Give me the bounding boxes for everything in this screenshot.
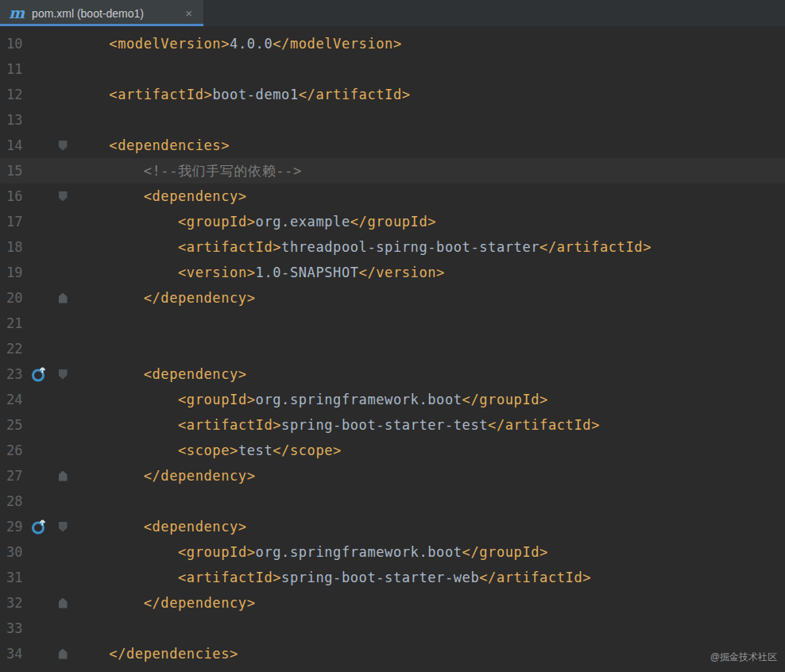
code-line[interactable]: 12 <artifactId>boot-demo1</artifactId> xyxy=(0,82,785,107)
tab-close-icon[interactable]: × xyxy=(185,6,192,20)
code-line[interactable]: 29 <dependency> xyxy=(0,514,785,539)
code-segment-tag: <groupId> xyxy=(178,544,256,560)
code-line[interactable]: 24 <groupId>org.springframework.boot</gr… xyxy=(0,387,785,412)
code-line[interactable]: 22 xyxy=(0,336,785,361)
gutter-line-number[interactable]: 34 xyxy=(0,646,27,662)
code-segment-tag: </artifactId> xyxy=(299,87,411,102)
code-line[interactable]: 27 </dependency> xyxy=(0,463,785,489)
code-line[interactable]: 23 <dependency> xyxy=(0,361,785,387)
editor-tab-bar: m pom.xml (boot-demo1) × xyxy=(0,0,785,26)
code-line[interactable]: 21 xyxy=(0,311,785,336)
code-text: <dependency> xyxy=(75,188,785,204)
gutter-line-number[interactable]: 11 xyxy=(0,61,27,77)
code-segment-tag: </modelVersion> xyxy=(273,36,402,52)
code-line[interactable]: 33 xyxy=(0,616,785,641)
code-line[interactable]: 14 <dependencies> xyxy=(0,133,785,158)
fold-marker-start-icon[interactable] xyxy=(59,522,68,532)
gutter-line-number[interactable]: 16 xyxy=(0,188,27,204)
code-segment-val: spring-boot-starter-web xyxy=(281,570,479,585)
gutter-fold-column xyxy=(51,191,75,202)
code-segment-tag: </artifactId> xyxy=(539,239,652,255)
code-segment-tag: </dependency> xyxy=(144,468,256,484)
code-segment-val: threadpool-spirng-boot-starter xyxy=(281,239,539,255)
fold-marker-end-icon[interactable] xyxy=(59,649,68,659)
code-line[interactable]: 18 <artifactId>threadpool-spirng-boot-st… xyxy=(0,234,785,260)
gutter-line-number[interactable]: 24 xyxy=(0,392,27,407)
gutter-line-number[interactable]: 19 xyxy=(0,265,27,280)
editor-lines: 10 <modelVersion>4.0.0</modelVersion>111… xyxy=(0,31,785,666)
code-segment-val: org.example xyxy=(256,214,350,230)
code-segment-tag: </artifactId> xyxy=(488,417,600,433)
maven-icon: m xyxy=(9,6,25,21)
dependency-nav-icon[interactable] xyxy=(31,519,47,535)
gutter-line-number[interactable]: 18 xyxy=(0,239,27,255)
gutter-badge-column xyxy=(27,366,51,382)
code-line[interactable]: 30 <groupId>org.springframework.boot</gr… xyxy=(0,539,785,565)
code-line[interactable]: 31 <artifactId>spring-boot-starter-web</… xyxy=(0,565,785,590)
gutter-line-number[interactable]: 20 xyxy=(0,290,27,306)
code-segment-tag: <dependencies> xyxy=(109,137,230,153)
tab-pom-xml[interactable]: m pom.xml (boot-demo1) × xyxy=(0,0,203,26)
code-line[interactable]: 10 <modelVersion>4.0.0</modelVersion> xyxy=(0,31,785,56)
code-segment-tag: <dependency> xyxy=(144,519,247,535)
code-text: <dependency> xyxy=(75,519,785,535)
code-segment-tag: </version> xyxy=(359,265,445,280)
code-line[interactable]: 13 xyxy=(0,107,785,133)
gutter-line-number[interactable]: 22 xyxy=(0,341,27,357)
gutter-line-number[interactable]: 31 xyxy=(0,570,27,585)
code-editor[interactable]: 10 <modelVersion>4.0.0</modelVersion>111… xyxy=(0,26,785,672)
code-text: </dependencies> xyxy=(75,646,785,662)
code-text: <artifactId>boot-demo1</artifactId> xyxy=(75,87,785,102)
fold-marker-start-icon[interactable] xyxy=(59,191,68,202)
fold-marker-end-icon[interactable] xyxy=(59,293,68,303)
gutter-line-number[interactable]: 32 xyxy=(0,595,27,611)
gutter-line-number[interactable]: 27 xyxy=(0,468,27,484)
code-line[interactable]: 15 <!--我们手写的依赖--> xyxy=(0,158,785,183)
gutter-fold-column xyxy=(51,293,75,303)
code-segment-tag: <groupId> xyxy=(178,214,256,230)
fold-marker-start-icon[interactable] xyxy=(59,369,68,380)
code-line[interactable]: 25 <artifactId>spring-boot-starter-test<… xyxy=(0,412,785,438)
code-segment-val: org.springframework.boot xyxy=(256,392,462,407)
code-text: </dependency> xyxy=(75,468,785,484)
code-segment-tag: </groupId> xyxy=(350,214,436,230)
code-line[interactable]: 32 </dependency> xyxy=(0,590,785,616)
gutter-line-number[interactable]: 28 xyxy=(0,493,27,509)
gutter-fold-column xyxy=(51,141,75,151)
code-line[interactable]: 19 <version>1.0-SNAPSHOT</version> xyxy=(0,260,785,285)
code-segment-val: 4.0.0 xyxy=(230,36,273,52)
gutter-line-number[interactable]: 10 xyxy=(0,36,27,52)
code-segment-val: boot-demo1 xyxy=(212,87,298,102)
code-line[interactable]: 11 xyxy=(0,56,785,82)
code-text: <artifactId>threadpool-spirng-boot-start… xyxy=(75,239,785,255)
gutter-line-number[interactable]: 12 xyxy=(0,87,27,102)
gutter-line-number[interactable]: 25 xyxy=(0,417,27,433)
code-segment-tag: <artifactId> xyxy=(178,417,281,433)
gutter-line-number[interactable]: 23 xyxy=(0,366,27,382)
code-line[interactable]: 28 xyxy=(0,489,785,514)
gutter-line-number[interactable]: 15 xyxy=(0,163,27,179)
code-line[interactable]: 34 </dependencies> xyxy=(0,641,785,666)
dependency-nav-icon[interactable] xyxy=(31,366,47,382)
code-text: <groupId>org.springframework.boot</group… xyxy=(75,544,785,560)
gutter-line-number[interactable]: 21 xyxy=(0,315,27,331)
gutter-line-number[interactable]: 26 xyxy=(0,442,27,458)
gutter-line-number[interactable]: 30 xyxy=(0,544,27,560)
code-line[interactable]: 26 <scope>test</scope> xyxy=(0,438,785,463)
code-line[interactable]: 20 </dependency> xyxy=(0,285,785,311)
gutter-line-number[interactable]: 13 xyxy=(0,112,27,128)
code-line[interactable]: 16 <dependency> xyxy=(0,183,785,209)
fold-marker-end-icon[interactable] xyxy=(59,598,68,608)
gutter-line-number[interactable]: 29 xyxy=(0,519,27,535)
gutter-line-number[interactable]: 14 xyxy=(0,137,27,153)
gutter-line-number[interactable]: 17 xyxy=(0,214,27,230)
code-segment-comment: <!--我们手写的依赖--> xyxy=(144,163,302,179)
code-line[interactable]: 17 <groupId>org.example</groupId> xyxy=(0,209,785,234)
gutter-line-number[interactable]: 33 xyxy=(0,620,27,636)
code-text: </dependency> xyxy=(75,595,785,611)
fold-marker-start-icon[interactable] xyxy=(59,141,68,151)
code-text: <scope>test</scope> xyxy=(75,442,785,458)
code-segment-tag: <version> xyxy=(178,265,256,280)
code-text: <artifactId>spring-boot-starter-web</art… xyxy=(75,570,785,585)
fold-marker-end-icon[interactable] xyxy=(59,471,68,481)
